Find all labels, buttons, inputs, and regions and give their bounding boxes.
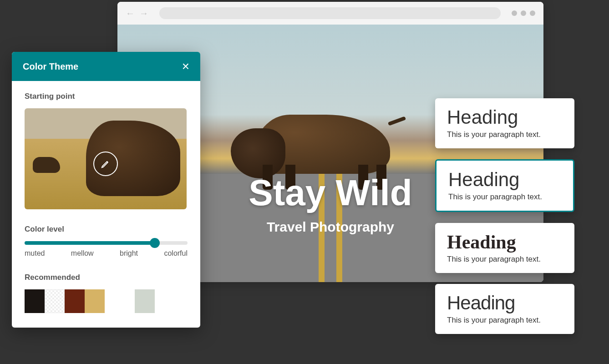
forward-button[interactable]: → <box>139 8 148 19</box>
card-heading: Heading <box>447 106 563 128</box>
color-swatch[interactable] <box>65 289 85 313</box>
pencil-icon <box>101 159 111 169</box>
back-button[interactable]: ← <box>126 8 135 19</box>
browser-topbar: ← → <box>117 2 543 25</box>
slider-tick: bright <box>120 249 138 258</box>
hero-subtitle: Travel Photography <box>267 219 394 235</box>
card-heading: Heading <box>448 169 561 191</box>
window-dot <box>512 10 517 16</box>
typography-card[interactable]: Heading This is your paragraph text. <box>435 159 574 212</box>
card-paragraph: This is your paragraph text. <box>447 255 563 264</box>
typography-card[interactable]: Heading This is your paragraph text. <box>435 98 574 148</box>
recommended-label: Recommended <box>25 273 188 282</box>
edit-image-button[interactable] <box>93 152 118 176</box>
color-swatch[interactable] <box>85 289 105 313</box>
typography-card[interactable]: Heading This is your paragraph text. <box>435 284 574 334</box>
color-level-label: Color level <box>25 225 188 234</box>
card-heading: Heading <box>447 231 563 253</box>
typography-card[interactable]: Heading This is your paragraph text. <box>435 223 574 273</box>
card-paragraph: This is your paragraph text. <box>447 316 563 325</box>
window-dot <box>530 10 535 16</box>
card-paragraph: This is your paragraph text. <box>447 130 563 139</box>
card-heading: Heading <box>447 292 563 314</box>
color-swatch[interactable] <box>45 289 65 313</box>
slider-fill <box>25 241 155 245</box>
color-theme-panel: Color Theme × Starting point Color level… <box>12 52 200 328</box>
card-paragraph: This is your paragraph text. <box>448 192 561 202</box>
window-controls <box>512 10 535 16</box>
close-icon[interactable]: × <box>182 60 189 73</box>
color-swatch[interactable] <box>135 289 155 313</box>
slider-tick: mellow <box>71 249 94 258</box>
color-level-slider[interactable] <box>25 241 188 245</box>
window-dot <box>521 10 526 16</box>
slider-thumb[interactable] <box>150 238 160 248</box>
url-bar[interactable] <box>159 7 501 19</box>
swatch-gap <box>105 289 135 313</box>
slider-tick: muted <box>25 249 45 258</box>
typography-cards: Heading This is your paragraph text. Hea… <box>435 98 574 334</box>
panel-header: Color Theme × <box>12 52 200 81</box>
swatch-row <box>25 289 188 313</box>
slider-tick: colorful <box>164 249 188 258</box>
panel-title: Color Theme <box>23 61 78 72</box>
color-swatch[interactable] <box>25 289 45 313</box>
starting-point-label: Starting point <box>25 92 188 101</box>
slider-tick-labels: muted mellow bright colorful <box>25 249 188 258</box>
starting-image[interactable] <box>25 108 187 209</box>
hero-title: Stay Wild <box>249 172 412 214</box>
